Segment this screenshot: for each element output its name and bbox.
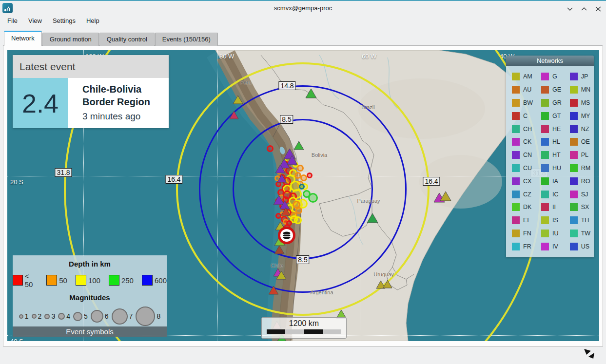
tab-ground-motion[interactable]: Ground motion (42, 33, 99, 46)
network-color-swatch (541, 86, 549, 94)
magnitude-legend-title: Magnitudes (13, 293, 167, 302)
network-item-fr[interactable]: FR (512, 240, 536, 253)
minimize-button-icon[interactable] (567, 5, 573, 10)
depth-color-swatch (76, 275, 86, 286)
epicenter-symbol[interactable] (278, 227, 295, 244)
network-item-tw[interactable]: TW (570, 227, 594, 240)
network-item-nz[interactable]: NZ (570, 122, 594, 135)
network-item-oe[interactable]: OE (570, 135, 594, 149)
distance-ring-label: 31.8 (55, 168, 72, 177)
tab-quality-control[interactable]: Quality control (99, 33, 155, 46)
network-color-swatch (512, 243, 520, 250)
network-item-ia[interactable]: IA (541, 174, 565, 188)
network-item-ch[interactable]: CH (512, 122, 536, 135)
parallel-label: 20 S (10, 178, 23, 186)
network-item-my[interactable]: MY (570, 109, 594, 122)
network-item-dk[interactable]: DK (512, 201, 536, 214)
network-item-th[interactable]: TH (570, 214, 594, 227)
network-item-hl[interactable]: HL (541, 135, 565, 149)
network-color-swatch (512, 203, 520, 211)
network-item-ro[interactable]: RO (570, 174, 594, 188)
network-item-rm[interactable]: RM (570, 162, 594, 175)
network-item-ht[interactable]: HT (541, 149, 565, 162)
network-item-jp[interactable]: JP (570, 70, 594, 83)
network-item-mn[interactable]: MN (570, 83, 594, 96)
station-marker[interactable] (268, 286, 279, 295)
network-item-us[interactable]: US (570, 240, 594, 253)
latest-event-panel[interactable]: Latest event 2.4 Chile-Bolivia Border Re… (13, 55, 169, 128)
seismic-event[interactable] (299, 184, 305, 190)
network-code: GR (552, 99, 562, 106)
station-marker[interactable] (275, 164, 286, 173)
close-button-icon[interactable] (595, 5, 601, 10)
network-item-iv[interactable]: IV (541, 240, 565, 253)
menu-settings[interactable]: Settings (47, 15, 81, 26)
network-item-sj[interactable]: SJ (570, 188, 594, 201)
title-bar[interactable]: scmvx@gempa-proc (0, 0, 606, 15)
tab-events-[interactable]: Events (150/156) (155, 33, 218, 46)
station-marker[interactable] (281, 207, 291, 216)
depth-label: 600 (155, 276, 167, 285)
magnitude-circle (136, 307, 155, 326)
map-canvas[interactable]: 100 W80 W60 W40 W20 S40 S 8.58.514.816.4… (7, 50, 599, 341)
network-item-is[interactable]: IS (541, 214, 565, 227)
network-item-gr[interactable]: GR (541, 96, 565, 110)
seismic-event[interactable] (267, 145, 274, 152)
network-item-cu[interactable]: CU (512, 162, 536, 175)
networks-panel[interactable]: Networks AMAUBWCCHCKCNCUCXCZDKEIFNFRGGEG… (506, 56, 594, 257)
network-color-swatch (541, 112, 549, 120)
station-marker[interactable] (274, 245, 285, 254)
network-item-he[interactable]: HE (541, 122, 565, 135)
network-item-c[interactable]: C (512, 109, 536, 122)
seismic-event[interactable] (297, 165, 304, 172)
network-item-ic[interactable]: IC (541, 188, 565, 201)
country-label-bolivia: Bolivia (312, 152, 327, 158)
magnitude-legend-item: 2 (32, 312, 42, 320)
network-item-ck[interactable]: CK (512, 135, 536, 149)
network-item-ii[interactable]: II (541, 201, 565, 214)
depth-color-swatch (109, 275, 119, 286)
network-item-fn[interactable]: FN (512, 227, 536, 240)
station-marker[interactable] (305, 88, 317, 98)
network-item-g[interactable]: G (541, 70, 565, 83)
menu-file[interactable]: File (2, 15, 23, 26)
network-item-cx[interactable]: CX (512, 174, 536, 188)
seismic-event[interactable] (300, 174, 307, 181)
network-item-sx[interactable]: SX (570, 201, 594, 214)
maximize-button-icon[interactable] (581, 5, 587, 10)
seismic-event[interactable] (308, 193, 318, 203)
magnitude-circle (73, 312, 82, 321)
network-item-ei[interactable]: EI (512, 214, 536, 227)
magnitude-label: 8 (156, 312, 160, 320)
station-marker[interactable] (233, 95, 243, 104)
network-code: FR (523, 243, 531, 250)
country-label-paraguay: Paraguay (357, 198, 380, 204)
network-item-ms[interactable]: MS (570, 96, 594, 110)
network-item-au[interactable]: AU (512, 83, 536, 96)
menu-view[interactable]: View (23, 15, 47, 26)
depth-label: 250 (121, 276, 134, 285)
network-code: MY (581, 113, 590, 119)
menubar: FileViewSettingsHelp (2, 14, 105, 27)
network-item-am[interactable]: AM (512, 70, 536, 83)
network-item-hu[interactable]: HU (541, 162, 565, 175)
station-marker[interactable] (383, 280, 392, 288)
network-item-cn[interactable]: CN (512, 149, 536, 162)
station-marker[interactable] (440, 191, 451, 201)
network-item-iu[interactable]: IU (541, 227, 565, 240)
network-item-cz[interactable]: CZ (512, 188, 536, 201)
network-item-gt[interactable]: GT (541, 109, 565, 122)
station-marker[interactable] (367, 213, 378, 223)
depth-legend-item: 600 (142, 272, 167, 288)
station-marker[interactable] (276, 270, 287, 280)
menu-help[interactable]: Help (81, 15, 105, 26)
station-marker[interactable] (229, 111, 239, 119)
network-item-pl[interactable]: PL (570, 149, 594, 162)
network-item-ge[interactable]: GE (541, 83, 565, 96)
tab-network[interactable]: Network (4, 31, 42, 46)
seismic-event[interactable] (307, 172, 313, 178)
network-item-bw[interactable]: BW (512, 96, 536, 110)
magnitude-label: 1 (25, 312, 29, 320)
network-color-swatch (512, 230, 520, 237)
station-marker[interactable] (277, 174, 287, 183)
